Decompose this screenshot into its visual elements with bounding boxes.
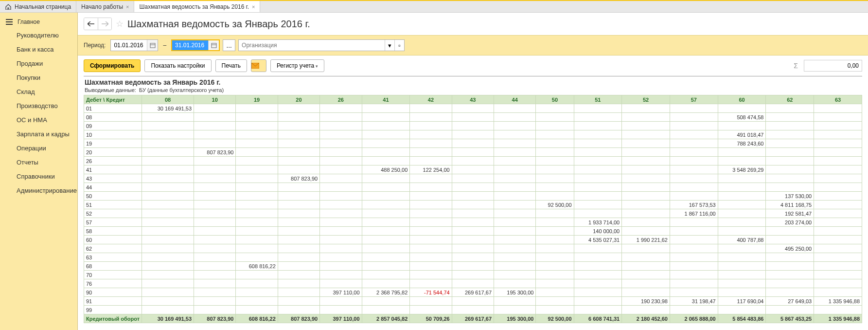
cell[interactable] <box>410 306 452 314</box>
cell[interactable]: -71 544,74 <box>410 288 452 297</box>
cell[interactable]: 495 250,00 <box>766 244 814 253</box>
cell[interactable] <box>536 157 574 165</box>
cell[interactable] <box>236 113 278 122</box>
cell[interactable] <box>574 192 622 201</box>
cell[interactable] <box>278 306 319 314</box>
cell[interactable] <box>194 201 236 209</box>
cell[interactable] <box>494 279 536 288</box>
cell[interactable] <box>718 279 766 288</box>
favorite-icon[interactable]: ☆ <box>116 18 124 29</box>
cell[interactable] <box>766 122 814 130</box>
cell[interactable] <box>278 271 319 279</box>
cell[interactable] <box>670 253 718 262</box>
cell[interactable] <box>278 262 319 271</box>
cell[interactable] <box>670 262 718 271</box>
cell[interactable] <box>278 130 319 139</box>
cell[interactable] <box>814 130 862 139</box>
cell[interactable] <box>766 271 814 279</box>
cell[interactable] <box>670 165 718 174</box>
cell[interactable] <box>494 174 536 183</box>
cell[interactable] <box>410 113 452 122</box>
cell[interactable] <box>494 262 536 271</box>
cell[interactable] <box>452 244 494 253</box>
cell[interactable] <box>536 253 574 262</box>
cell[interactable] <box>494 253 536 262</box>
cell[interactable] <box>320 244 362 253</box>
cell[interactable] <box>452 139 494 148</box>
cell[interactable]: 508 474,58 <box>718 113 766 122</box>
cell[interactable] <box>814 209 862 218</box>
cell[interactable] <box>452 209 494 218</box>
cell[interactable] <box>766 148 814 157</box>
cell[interactable] <box>278 297 319 306</box>
cell[interactable] <box>410 201 452 209</box>
cell[interactable] <box>494 139 536 148</box>
cell[interactable] <box>236 288 278 297</box>
cell[interactable] <box>194 130 236 139</box>
cell[interactable] <box>814 306 862 314</box>
cell[interactable] <box>278 183 319 192</box>
cell[interactable]: 1 335 946,88 <box>814 297 862 306</box>
cell[interactable] <box>362 201 410 209</box>
cell[interactable] <box>362 113 410 122</box>
cell[interactable] <box>236 122 278 130</box>
cell[interactable] <box>670 306 718 314</box>
sidebar-item[interactable]: Справочники <box>0 169 77 183</box>
sidebar-item[interactable]: Операции <box>0 141 77 155</box>
cell[interactable] <box>718 104 766 113</box>
cell[interactable] <box>494 209 536 218</box>
cell[interactable] <box>142 297 194 306</box>
cell[interactable] <box>622 130 670 139</box>
cell[interactable]: 269 617,67 <box>452 288 494 297</box>
sidebar-item[interactable]: Покупки <box>0 71 77 85</box>
column-header[interactable]: 51 <box>574 95 622 104</box>
table-row[interactable]: 08508 474,58 <box>84 113 862 122</box>
cell[interactable] <box>194 165 236 174</box>
cell[interactable] <box>142 183 194 192</box>
cell[interactable] <box>718 306 766 314</box>
table-row[interactable]: 09 <box>84 122 862 130</box>
cell[interactable] <box>670 130 718 139</box>
cell[interactable] <box>142 148 194 157</box>
cell[interactable] <box>236 271 278 279</box>
cell[interactable] <box>278 218 319 227</box>
cell[interactable] <box>410 157 452 165</box>
cell[interactable] <box>718 157 766 165</box>
cell[interactable] <box>622 122 670 130</box>
cell[interactable]: 1 867 116,00 <box>670 209 718 218</box>
cell[interactable] <box>194 297 236 306</box>
cell[interactable] <box>766 253 814 262</box>
register-button[interactable]: Регистр учета <box>270 59 324 72</box>
cell[interactable] <box>766 183 814 192</box>
cell[interactable] <box>494 297 536 306</box>
cell[interactable]: 1 933 714,00 <box>574 218 622 227</box>
sidebar-item[interactable]: Зарплата и кадры <box>0 127 77 141</box>
cell[interactable] <box>536 297 574 306</box>
cell[interactable] <box>814 148 862 157</box>
cell[interactable] <box>194 271 236 279</box>
cell[interactable] <box>410 297 452 306</box>
cell[interactable] <box>320 122 362 130</box>
cell[interactable] <box>574 113 622 122</box>
sum-field[interactable] <box>804 60 862 72</box>
cell[interactable] <box>574 288 622 297</box>
column-header[interactable]: 19 <box>236 95 278 104</box>
close-icon[interactable]: × <box>252 4 255 10</box>
cell[interactable] <box>718 244 766 253</box>
sidebar-item[interactable]: ОС и НМА <box>0 113 77 127</box>
cell[interactable] <box>236 236 278 244</box>
sidebar-item[interactable]: Администрирование <box>0 183 77 198</box>
cell[interactable] <box>622 227 670 236</box>
tab[interactable]: Начало работы× <box>76 1 134 12</box>
cell[interactable] <box>194 236 236 244</box>
table-row[interactable]: 70 <box>84 271 862 279</box>
sidebar-item[interactable]: Продажи <box>0 56 77 71</box>
sidebar-item[interactable]: Банк и касса <box>0 42 77 56</box>
cell[interactable] <box>814 139 862 148</box>
cell[interactable] <box>574 122 622 130</box>
cell[interactable] <box>766 262 814 271</box>
cell[interactable] <box>766 306 814 314</box>
cell[interactable] <box>814 218 862 227</box>
cell[interactable] <box>410 183 452 192</box>
cell[interactable] <box>574 165 622 174</box>
